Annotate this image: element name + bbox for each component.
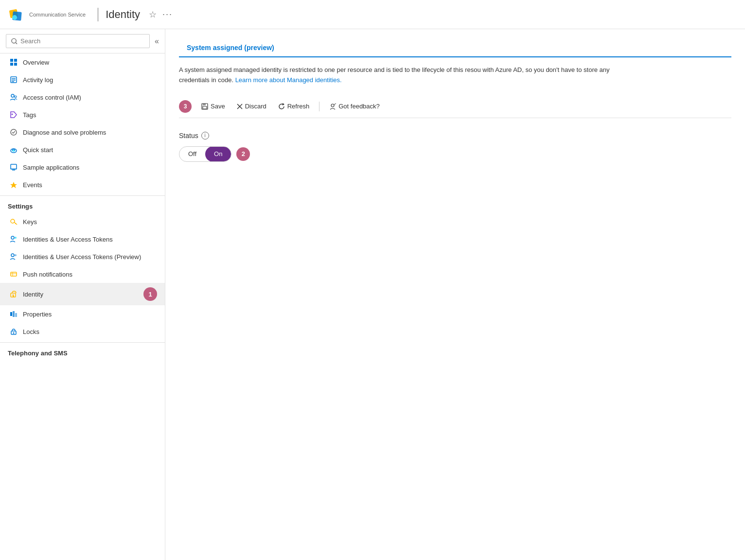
status-info-icon[interactable]: i xyxy=(201,132,209,140)
tags-icon xyxy=(9,110,18,119)
sidebar-item-tags[interactable]: Tags xyxy=(0,106,165,123)
feedback-button[interactable]: Got feedback? xyxy=(324,100,385,112)
step3-badge: 3 xyxy=(179,100,192,113)
sidebar-item-keys[interactable]: Keys xyxy=(0,213,165,230)
app-name-label: Communication Service xyxy=(29,12,86,18)
sidebar-item-identities-tokens[interactable]: Identities & User Access Tokens xyxy=(0,230,165,248)
svg-point-40 xyxy=(13,332,15,334)
svg-rect-35 xyxy=(13,296,14,297)
header: Communication Service Identity ☆ ··· xyxy=(0,0,745,29)
sidebar-nav: Overview Activity log Access control (IA… xyxy=(0,53,165,560)
svg-rect-42 xyxy=(203,104,206,105)
favorite-icon[interactable]: ☆ xyxy=(149,9,157,20)
refresh-button[interactable]: Refresh xyxy=(273,100,315,112)
sidebar-item-activity-log[interactable]: Activity log xyxy=(0,71,165,88)
toggle-on-label[interactable]: On xyxy=(205,146,231,162)
svg-point-47 xyxy=(331,104,334,107)
quickstart-icon xyxy=(9,145,18,154)
discard-button[interactable]: Discard xyxy=(232,100,271,112)
save-button[interactable]: Save xyxy=(196,100,230,112)
svg-line-48 xyxy=(334,104,336,105)
svg-rect-5 xyxy=(10,59,13,62)
status-toggle[interactable]: Off On xyxy=(179,146,231,162)
sidebar-item-diagnose[interactable]: Diagnose and solve problems xyxy=(0,123,165,141)
diagnose-icon xyxy=(9,128,18,137)
sidebar-item-label-tags: Tags xyxy=(23,111,36,119)
push-icon xyxy=(9,270,18,279)
svg-rect-30 xyxy=(11,272,17,276)
toggle-off-label[interactable]: Off xyxy=(179,146,205,162)
tab-system-assigned[interactable]: System assigned (preview) xyxy=(179,39,282,57)
main-content: System assigned (preview) A system assig… xyxy=(165,29,745,560)
svg-point-14 xyxy=(15,96,17,98)
sidebar-item-overview[interactable]: Overview xyxy=(0,53,165,71)
sidebar-item-identities-tokens-preview[interactable]: Identities & User Access Tokens (Preview… xyxy=(0,248,165,265)
sidebar-item-locks[interactable]: Locks xyxy=(0,323,165,340)
sidebar-item-label-quickstart: Quick start xyxy=(23,146,53,154)
search-icon xyxy=(11,38,18,45)
sidebar-item-identity[interactable]: Identity 1 xyxy=(0,283,165,305)
discard-icon xyxy=(237,104,243,109)
tab-bar: System assigned (preview) xyxy=(179,39,731,57)
svg-rect-37 xyxy=(13,311,15,317)
title-bar-divider xyxy=(97,8,99,21)
status-section: Status i Off On 2 xyxy=(179,132,731,162)
sidebar-item-access-control[interactable]: Access control (IAM) xyxy=(0,88,165,106)
sidebar-item-label-events: Events xyxy=(23,181,42,189)
svg-rect-11 xyxy=(12,80,16,81)
sidebar-item-events[interactable]: Events xyxy=(0,176,165,193)
more-options-icon[interactable]: ··· xyxy=(162,9,173,19)
sidebar-item-label-locks: Locks xyxy=(23,328,39,335)
svg-marker-22 xyxy=(10,182,17,188)
svg-rect-10 xyxy=(12,78,16,79)
feedback-icon xyxy=(329,103,336,110)
toolbar: 3 Save Discard Refresh Got feedback? xyxy=(179,95,731,118)
sidebar-item-properties[interactable]: Properties xyxy=(0,305,165,323)
sidebar: « Overview Activity log xyxy=(0,29,165,560)
svg-point-34 xyxy=(13,295,14,296)
main-layout: « Overview Activity log xyxy=(0,29,745,560)
svg-rect-38 xyxy=(15,313,17,317)
svg-point-3 xyxy=(12,38,16,43)
svg-point-13 xyxy=(11,94,14,97)
toolbar-divider xyxy=(319,102,319,111)
overview-icon xyxy=(9,58,18,67)
sidebar-item-label-identity: Identity xyxy=(23,291,43,298)
collapse-icon[interactable]: « xyxy=(155,37,159,46)
svg-rect-21 xyxy=(10,168,17,169)
locks-icon xyxy=(9,327,18,336)
samples-icon xyxy=(9,163,18,172)
sidebar-item-label-identities-preview: Identities & User Access Tokens (Preview… xyxy=(23,253,141,261)
sidebar-item-label-overview: Overview xyxy=(23,59,49,66)
sidebar-item-label-keys: Keys xyxy=(23,218,37,226)
status-label-row: Status i xyxy=(179,132,731,140)
header-actions: ☆ ··· xyxy=(149,9,173,20)
search-area: « xyxy=(0,29,165,53)
sidebar-item-label-samples: Sample applications xyxy=(23,164,79,171)
app-logo-icon xyxy=(8,6,25,23)
learn-more-link[interactable]: Learn more about Managed identities. xyxy=(235,76,342,84)
svg-rect-6 xyxy=(14,59,17,62)
sidebar-item-label-access: Access control (IAM) xyxy=(23,94,81,101)
sidebar-item-push-notifications[interactable]: Push notifications xyxy=(0,265,165,283)
svg-rect-8 xyxy=(14,63,17,66)
svg-point-15 xyxy=(12,114,13,115)
description-text: A system assigned managed identity is re… xyxy=(179,65,617,86)
sidebar-item-label-properties: Properties xyxy=(23,311,52,318)
telephony-section-header: Telephony and SMS xyxy=(0,342,165,360)
sidebar-item-sample-apps[interactable]: Sample applications xyxy=(0,158,165,176)
sidebar-item-quick-start[interactable]: Quick start xyxy=(0,141,165,158)
properties-icon xyxy=(9,310,18,318)
step2-badge: 2 xyxy=(236,147,250,161)
search-box[interactable] xyxy=(6,34,150,48)
page-title: Identity xyxy=(106,8,140,21)
svg-point-29 xyxy=(15,254,17,256)
header-logo: Communication Service xyxy=(8,6,86,23)
svg-line-4 xyxy=(16,42,17,44)
refresh-icon xyxy=(278,103,285,110)
search-input[interactable] xyxy=(20,37,144,45)
identities-icon xyxy=(9,235,18,244)
svg-point-27 xyxy=(15,237,17,239)
svg-rect-12 xyxy=(12,81,14,82)
sidebar-item-label-activity: Activity log xyxy=(23,76,53,84)
